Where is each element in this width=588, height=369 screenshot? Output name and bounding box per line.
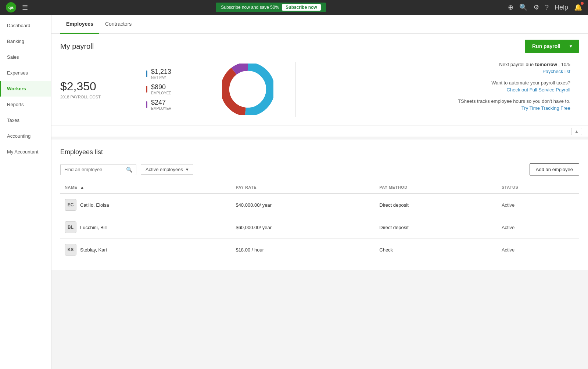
employee-pay-method: Direct deposit: [375, 216, 497, 239]
table-row[interactable]: KS Steblay, Kari $18.00 / hour Check Act…: [60, 239, 579, 261]
status-badge: Active: [502, 247, 514, 253]
chevron-down-icon: ▾: [186, 167, 189, 172]
add-icon[interactable]: ⊕: [508, 3, 513, 11]
net-pay-label: NET PAY: [151, 76, 171, 80]
payroll-title: My payroll: [60, 42, 94, 51]
table-header-row: NAME ▲ PAY RATE PAY METHOD STATUS: [60, 181, 579, 193]
chevron-down-icon: ▾: [570, 44, 572, 49]
logo[interactable]: QB: [6, 2, 16, 12]
help-label[interactable]: Help: [555, 4, 568, 11]
net-pay-amount: $1,213: [151, 68, 171, 76]
top-nav: QB ☰ Subscribe now and save 50% Subscrib…: [0, 0, 588, 15]
notification-dot: [581, 2, 584, 5]
employee-pay-method: Check: [375, 239, 497, 261]
tabs-bar: Employees Contractors: [51, 15, 588, 34]
automate-text: Want to automate your payroll taxes?: [305, 80, 570, 86]
employee-pay-rate: $18.00 / hour: [231, 239, 375, 261]
search-input[interactable]: [64, 167, 123, 172]
col-pay-rate: PAY RATE: [231, 181, 375, 193]
sort-icon: ▲: [80, 185, 84, 189]
run-payroll-label: Run payroll: [532, 43, 560, 49]
tsheets-text: TSheets tracks employee hours so you don…: [305, 98, 570, 104]
next-payroll-date: , 10/5: [558, 62, 570, 67]
employee-status: Active: [497, 216, 579, 239]
employee-pay-rate: $40,000.00/ year: [231, 193, 375, 216]
payroll-cost-label: 2018 PAYROLL COST: [60, 95, 134, 99]
donut-chart: [200, 64, 295, 115]
top-nav-actions: ⊕ 🔍 ⚙ ? Help 🔔: [508, 3, 582, 11]
sidebar-item-taxes[interactable]: Taxes: [0, 112, 51, 128]
status-badge: Active: [502, 225, 514, 230]
subscribe-now-button[interactable]: Subscribe now: [282, 4, 320, 11]
col-status: STATUS: [497, 181, 579, 193]
next-payroll-bold: tomorrow: [535, 62, 557, 67]
next-payroll-line: Next payroll due tomorrow , 10/5: [305, 62, 570, 67]
time-tracking-link[interactable]: Try Time Tracking Free: [305, 105, 570, 111]
table-row[interactable]: BL Lucchini, Bill $60,000.00/ year Direc…: [60, 216, 579, 239]
collapse-button[interactable]: ▲: [571, 128, 582, 135]
toolbar-left: 🔍 Active employees ▾: [60, 164, 193, 175]
employee-table: NAME ▲ PAY RATE PAY METHOD STATUS EC Cat…: [60, 181, 579, 261]
employee-name: Lucchini, Bill: [80, 225, 107, 230]
breakdown-net-pay: $1,213 NET PAY: [146, 68, 188, 80]
employee-status: Active: [497, 193, 579, 216]
breakdown-employer: $247 EMPLOYER: [146, 99, 188, 111]
active-employees-dropdown[interactable]: Active employees ▾: [141, 164, 193, 175]
sidebar-item-accounting[interactable]: Accounting: [0, 128, 51, 144]
payroll-breakdown: $1,213 NET PAY $890 EMPLOYEE $247 EMPL: [134, 68, 200, 111]
employer-bar: [146, 101, 147, 108]
payroll-cost: $2,350 2018 PAYROLL COST: [60, 80, 134, 99]
search-box[interactable]: 🔍: [60, 164, 136, 175]
help-icon[interactable]: ?: [545, 4, 549, 11]
paycheck-list-link[interactable]: Paycheck list: [305, 69, 570, 74]
full-service-payroll-link[interactable]: Check out Full Service Payroll: [305, 87, 570, 93]
employee-amount: $890: [151, 83, 171, 91]
svg-text:QB: QB: [8, 6, 14, 10]
status-badge: Active: [502, 202, 514, 208]
employees-list-title: Employees list: [60, 148, 579, 156]
employee-pay-method: Direct deposit: [375, 193, 497, 216]
breakdown-employee: $890 EMPLOYEE: [146, 83, 188, 95]
table-row[interactable]: EC Catillo, Eloisa $40,000.00/ year Dire…: [60, 193, 579, 216]
employee-name: Catillo, Eloisa: [80, 202, 109, 208]
run-payroll-button[interactable]: Run payroll ▾: [525, 40, 579, 53]
sidebar-item-sales[interactable]: Sales: [0, 49, 51, 65]
collapse-bar: ▲: [51, 126, 588, 137]
payroll-cost-amount: $2,350: [60, 80, 134, 93]
btn-separator: [565, 43, 565, 49]
sidebar-item-my-accountant[interactable]: My Accountant: [0, 144, 51, 160]
sidebar-item-expenses[interactable]: Expenses: [0, 65, 51, 81]
employees-toolbar: 🔍 Active employees ▾ Add an employee: [60, 163, 579, 176]
sidebar: Dashboard Banking Sales Expenses Workers…: [0, 15, 51, 369]
add-employee-button[interactable]: Add an employee: [530, 163, 579, 176]
employee-name-cell[interactable]: EC Catillo, Eloisa: [60, 193, 231, 216]
sidebar-item-dashboard[interactable]: Dashboard: [0, 18, 51, 33]
employee-name: Steblay, Kari: [80, 247, 107, 253]
tab-contractors[interactable]: Contractors: [99, 15, 137, 34]
employer-label: EMPLOYER: [151, 106, 172, 111]
sidebar-item-workers[interactable]: Workers: [0, 81, 51, 97]
search-icon[interactable]: 🔍: [519, 3, 527, 11]
gear-icon[interactable]: ⚙: [533, 3, 539, 11]
avatar: KS: [65, 244, 76, 256]
filter-label: Active employees: [146, 167, 183, 172]
employee-name-cell[interactable]: BL Lucchini, Bill: [60, 216, 231, 239]
search-icon: 🔍: [126, 167, 132, 173]
notification-bell[interactable]: 🔔: [574, 3, 582, 11]
avatar: BL: [65, 221, 76, 233]
employees-list-section: Employees list 🔍 Active employees ▾ Add …: [51, 140, 588, 270]
next-payroll-prefix: Next payroll due: [499, 62, 534, 67]
net-pay-bar: [146, 70, 147, 77]
sidebar-item-reports[interactable]: Reports: [0, 97, 51, 112]
promo-text: Subscribe now and save 50%: [221, 5, 279, 10]
tab-employees[interactable]: Employees: [60, 15, 99, 34]
menu-icon[interactable]: ☰: [22, 3, 28, 11]
col-name[interactable]: NAME ▲: [60, 181, 231, 193]
employee-name-cell[interactable]: KS Steblay, Kari: [60, 239, 231, 261]
main-content: Employees Contractors My payroll Run pay…: [51, 15, 588, 369]
payroll-info-panel: Next payroll due tomorrow , 10/5 Paychec…: [295, 62, 579, 117]
employee-status: Active: [497, 239, 579, 261]
employee-pay-rate: $60,000.00/ year: [231, 216, 375, 239]
svg-point-5: [230, 72, 265, 106]
sidebar-item-banking[interactable]: Banking: [0, 33, 51, 49]
